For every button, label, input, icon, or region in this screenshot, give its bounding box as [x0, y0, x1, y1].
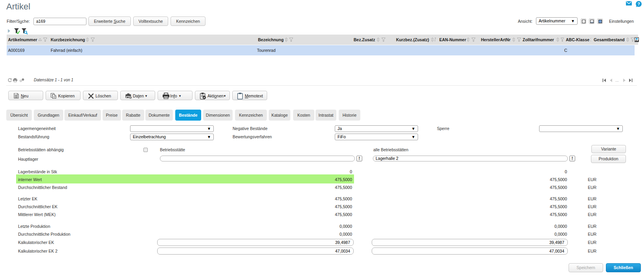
svg-text:?: ?	[637, 2, 640, 6]
